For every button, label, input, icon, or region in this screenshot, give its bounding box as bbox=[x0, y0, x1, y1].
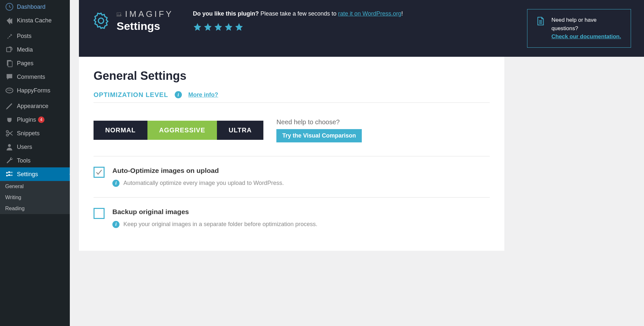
sidebar-item-label: HappyForms bbox=[17, 87, 50, 94]
banner-logo: IMAGIFY Settings bbox=[92, 9, 173, 32]
comments-icon bbox=[5, 73, 14, 80]
sidebar-item-users[interactable]: Users bbox=[0, 140, 70, 154]
pin-icon bbox=[5, 32, 14, 40]
sidebar-item-tools[interactable]: Tools bbox=[0, 154, 70, 167]
sidebar-item-appearance[interactable]: Appearance bbox=[0, 99, 70, 113]
star-icon bbox=[234, 22, 244, 31]
brand-subtitle: Settings bbox=[117, 20, 173, 32]
submenu-writing[interactable]: Writing bbox=[0, 192, 70, 203]
users-icon bbox=[5, 143, 14, 151]
documentation-link[interactable]: Check our documentation. bbox=[551, 33, 621, 40]
visual-comparison-button[interactable]: Try the Visual Comparison bbox=[276, 129, 362, 142]
info-icon: i bbox=[175, 91, 182, 98]
document-icon bbox=[535, 16, 546, 26]
info-icon: i bbox=[112, 180, 120, 187]
plugin-banner: IMAGIFY Settings Do you like this plugin… bbox=[79, 0, 644, 57]
option-desc: Keep your original images in a separate … bbox=[123, 221, 317, 228]
sidebar-item-label: Pages bbox=[17, 60, 33, 67]
forms-icon bbox=[5, 87, 14, 94]
svg-point-5 bbox=[7, 90, 8, 91]
sidebar-item-snippets[interactable]: Snippets bbox=[0, 127, 70, 140]
sidebar-item-dashboard[interactable]: Dashboard bbox=[0, 0, 70, 14]
sidebar-item-label: Tools bbox=[17, 157, 31, 164]
sidebar-item-pages[interactable]: Pages bbox=[0, 56, 70, 70]
section-header: OPTIMIZATION LEVEL i More info? bbox=[94, 91, 490, 103]
level-buttons: NORMAL AGGRESSIVE ULTRA bbox=[94, 121, 263, 140]
snippets-icon bbox=[5, 130, 14, 137]
choose-help-text: Need help to choose? bbox=[276, 118, 362, 126]
svg-point-6 bbox=[9, 90, 10, 91]
panel-title: General Settings bbox=[94, 69, 490, 83]
level-help: Need help to choose? Try the Visual Comp… bbox=[276, 118, 362, 142]
sidebar-item-label: Dashboard bbox=[17, 4, 45, 10]
section-label: OPTIMIZATION LEVEL bbox=[94, 91, 168, 99]
optimization-level-row: NORMAL AGGRESSIVE ULTRA Need help to cho… bbox=[94, 118, 490, 156]
level-aggressive-button[interactable]: AGGRESSIVE bbox=[147, 121, 217, 140]
plugins-badge: 4 bbox=[38, 116, 44, 123]
rate-link[interactable]: rate it on WordPress.org bbox=[338, 10, 401, 17]
sidebar-item-label: Appearance bbox=[17, 103, 48, 110]
star-icon bbox=[224, 22, 233, 31]
media-icon bbox=[5, 46, 14, 53]
rate-section: Do you like this plugin? Please take a f… bbox=[183, 9, 517, 31]
svg-rect-3 bbox=[8, 61, 12, 67]
submenu-general[interactable]: General bbox=[0, 181, 70, 192]
sidebar-item-label: Users bbox=[17, 144, 32, 151]
rating-stars[interactable] bbox=[193, 22, 517, 31]
info-icon: i bbox=[112, 221, 120, 228]
svg-rect-13 bbox=[6, 175, 7, 176]
option-title: Backup original images bbox=[112, 208, 490, 216]
gear-icon bbox=[92, 12, 110, 30]
star-icon bbox=[214, 22, 223, 31]
pages-icon bbox=[5, 60, 14, 67]
svg-rect-12 bbox=[8, 171, 10, 173]
admin-sidebar: Dashboard Kinsta Cache Posts Media Pages… bbox=[0, 0, 70, 326]
svg-point-9 bbox=[6, 134, 8, 136]
rate-prefix-bold: Do you like this plugin? bbox=[193, 10, 259, 17]
sidebar-item-label: Snippets bbox=[17, 130, 40, 137]
svg-rect-11 bbox=[6, 172, 7, 174]
sidebar-item-label: Media bbox=[17, 46, 33, 53]
help-text: Need help or have questions? bbox=[551, 16, 623, 32]
sidebar-item-plugins[interactable]: Plugins 4 bbox=[0, 113, 70, 127]
help-box: Need help or have questions? Check our d… bbox=[527, 9, 631, 48]
sidebar-item-comments[interactable]: Comments bbox=[0, 70, 70, 84]
dashboard-icon bbox=[5, 3, 14, 10]
submenu-reading[interactable]: Reading bbox=[0, 203, 70, 214]
star-icon bbox=[193, 22, 202, 31]
rate-prefix: Please take a few seconds to bbox=[259, 10, 338, 17]
svg-rect-1 bbox=[6, 48, 11, 52]
option-desc: Automatically optimize every image you u… bbox=[123, 180, 284, 187]
settings-submenu: General Writing Reading bbox=[0, 181, 70, 214]
main-content: IMAGIFY Settings Do you like this plugin… bbox=[70, 0, 644, 326]
level-ultra-button[interactable]: ULTRA bbox=[217, 121, 263, 140]
imagify-small-icon bbox=[117, 12, 123, 17]
sidebar-item-label: Kinsta Cache bbox=[17, 17, 52, 24]
rate-suffix: ! bbox=[401, 10, 403, 17]
settings-panel: General Settings OPTIMIZATION LEVEL i Mo… bbox=[79, 57, 504, 251]
sidebar-item-kinsta[interactable]: Kinsta Cache bbox=[0, 14, 70, 27]
kinsta-icon bbox=[5, 17, 14, 24]
sidebar-item-label: Plugins bbox=[17, 116, 36, 123]
sidebar-item-happyforms[interactable]: HappyForms bbox=[0, 84, 70, 97]
sidebar-item-label: Comments bbox=[17, 74, 45, 80]
option-title: Auto-Optimize images on upload bbox=[112, 167, 490, 175]
tools-icon bbox=[5, 157, 14, 164]
svg-point-15 bbox=[98, 18, 104, 23]
sidebar-item-settings[interactable]: Settings bbox=[0, 167, 70, 181]
more-info-link[interactable]: More info? bbox=[188, 91, 218, 98]
svg-point-10 bbox=[8, 144, 11, 147]
level-normal-button[interactable]: NORMAL bbox=[94, 121, 147, 140]
backup-checkbox[interactable] bbox=[94, 208, 105, 219]
svg-point-17 bbox=[118, 14, 118, 14]
sidebar-item-label: Settings bbox=[17, 171, 38, 178]
auto-optimize-checkbox[interactable] bbox=[94, 167, 105, 178]
sidebar-item-posts[interactable]: Posts bbox=[0, 29, 70, 43]
plugins-icon bbox=[5, 116, 14, 123]
settings-icon bbox=[5, 171, 14, 178]
appearance-icon bbox=[5, 103, 14, 110]
svg-rect-14 bbox=[8, 174, 10, 175]
sidebar-item-media[interactable]: Media bbox=[0, 43, 70, 56]
option-auto-optimize: Auto-Optimize images on upload i Automat… bbox=[94, 156, 490, 198]
sidebar-item-label: Posts bbox=[17, 33, 32, 40]
